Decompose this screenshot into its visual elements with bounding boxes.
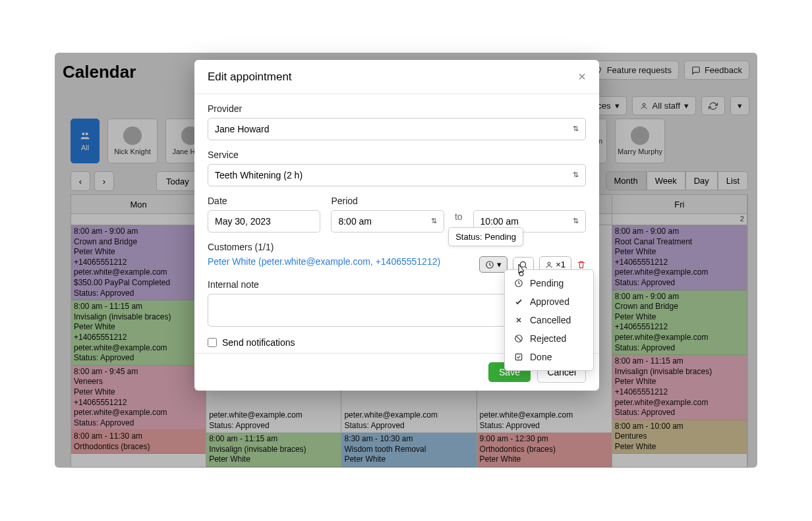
status-option-pending[interactable]: Pending bbox=[505, 274, 593, 292]
close-icon: × bbox=[578, 69, 586, 84]
status-option-rejected[interactable]: Rejected bbox=[505, 329, 593, 348]
caret-down-icon: ▾ bbox=[497, 260, 502, 269]
status-option-cancelled[interactable]: Cancelled bbox=[505, 311, 593, 329]
close-button[interactable]: × bbox=[578, 69, 586, 84]
period-label: Period bbox=[331, 196, 444, 206]
status-tooltip: Status: Pending bbox=[448, 227, 523, 246]
date-input[interactable]: May 30, 2023 bbox=[208, 210, 320, 233]
provider-label: Provider bbox=[208, 103, 586, 114]
svg-point-5 bbox=[548, 262, 550, 265]
svg-rect-8 bbox=[515, 354, 521, 360]
clock-icon bbox=[485, 260, 494, 269]
period-start-select[interactable]: 8:00 am⇅ bbox=[331, 210, 444, 233]
modal-title: Edit appointment bbox=[208, 70, 292, 84]
clock-icon bbox=[514, 279, 523, 288]
status-option-done[interactable]: Done bbox=[505, 348, 593, 366]
status-option-approved[interactable]: Approved bbox=[505, 292, 593, 311]
status-dropdown-button[interactable]: ▾ bbox=[479, 256, 508, 273]
user-icon bbox=[545, 261, 553, 269]
sort-icon: ⇅ bbox=[573, 124, 579, 133]
customers-label: Customers (1/1) bbox=[208, 242, 586, 252]
date-label: Date bbox=[208, 196, 320, 206]
sort-icon: ⇅ bbox=[431, 217, 437, 225]
sort-icon: ⇅ bbox=[573, 171, 579, 179]
svg-point-4 bbox=[521, 261, 526, 267]
customer-link[interactable]: Peter White (peter.white@example.com, +1… bbox=[208, 256, 440, 267]
remove-customer-button[interactable] bbox=[577, 260, 586, 269]
trash-icon bbox=[577, 260, 586, 269]
sort-icon: ⇅ bbox=[573, 217, 579, 225]
checkbox-input[interactable] bbox=[208, 338, 217, 347]
check-icon bbox=[514, 297, 523, 306]
checkbox-icon bbox=[514, 352, 523, 362]
service-label: Service bbox=[208, 150, 586, 160]
edit-appointment-modal: Edit appointment × Provider Jane Howard⇅… bbox=[194, 60, 599, 391]
provider-select[interactable]: Jane Howard⇅ bbox=[208, 118, 586, 140]
status-dropdown-menu: Pending Approved Cancelled Rejected Done bbox=[504, 269, 594, 371]
magnifier-icon bbox=[519, 260, 528, 269]
x-icon bbox=[514, 316, 523, 324]
ban-icon bbox=[514, 334, 523, 343]
service-select[interactable]: Teeth Whitening (2 h)⇅ bbox=[208, 164, 586, 186]
